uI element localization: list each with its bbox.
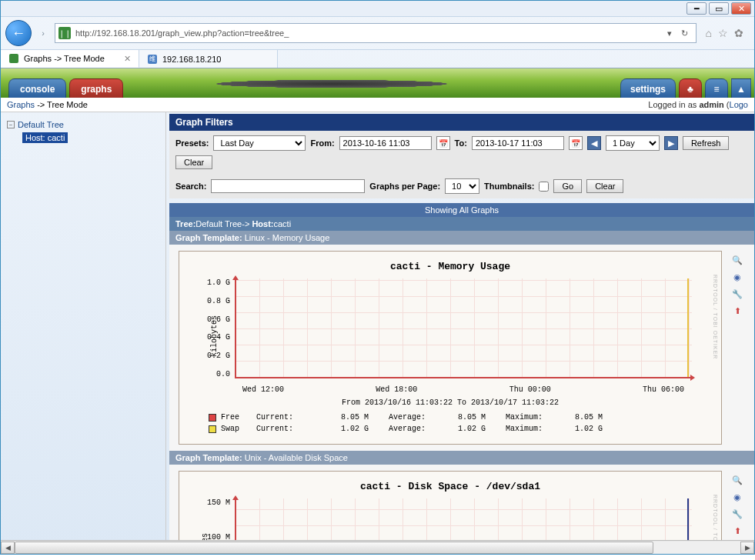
tree-path: Tree:Default Tree-> Host:cacti: [169, 217, 754, 231]
thumbnails-label: Thumbnails:: [484, 182, 534, 191]
scroll-thumb[interactable]: [15, 542, 653, 554]
template-header-2: Graph Template: Unix - Available Disk Sp…: [169, 451, 754, 465]
presets-select[interactable]: Last Day: [213, 135, 306, 151]
from-label: From:: [310, 138, 334, 148]
app-header: console graphs settings ♣ ≡ ▲: [1, 68, 754, 98]
horizontal-scrollbar[interactable]: ◀ ▶: [1, 540, 754, 554]
rrd-watermark: RRDTOOL / TOBI: [713, 495, 718, 540]
wrench-icon[interactable]: 🔧: [731, 288, 743, 300]
gear-icon[interactable]: ✿: [734, 27, 743, 39]
zoom-icon[interactable]: 🔍: [731, 254, 743, 266]
scroll-right-button[interactable]: ▶: [740, 542, 754, 554]
maximize-button[interactable]: ▭: [709, 2, 729, 15]
refresh-button[interactable]: Refresh: [683, 136, 730, 150]
search-label: Search:: [175, 182, 206, 191]
graph-title: cacti - Disk Space - /dev/sda1: [185, 478, 715, 495]
tree-root[interactable]: − Default Tree: [7, 118, 159, 131]
to-calendar-icon[interactable]: 📅: [569, 136, 583, 150]
zoom-select[interactable]: 1 Day: [606, 135, 660, 151]
template-header-1: Graph Template: Linux - Memory Usage: [169, 231, 754, 245]
plot-area: [235, 498, 692, 540]
nav-forward-button[interactable]: ›: [35, 23, 52, 43]
clear2-button[interactable]: Clear: [586, 179, 623, 193]
to-input[interactable]: [472, 136, 564, 150]
site-icon: ❘❘: [58, 27, 71, 39]
tab-label: 192.168.18.210: [162, 55, 221, 64]
scroll-left-button[interactable]: ◀: [1, 542, 15, 554]
login-status: Logged in as admin (Logo: [648, 100, 748, 109]
to-label: To:: [455, 138, 467, 148]
graphs-tab[interactable]: graphs: [69, 78, 123, 98]
go-button[interactable]: Go: [553, 179, 582, 193]
gpp-label: Graphs per Page:: [369, 182, 440, 191]
showing-all-bar: Showing All Graphs: [169, 203, 754, 217]
graph-memory-usage[interactable]: RRDTOOL / TOBI OETIKER cacti - Memory Us…: [179, 251, 722, 445]
refresh-icon[interactable]: ↻: [676, 28, 693, 38]
presets-label: Presets:: [175, 138, 209, 148]
tab-icon: [8, 53, 19, 64]
logout-link[interactable]: Logo: [730, 100, 748, 109]
close-button[interactable]: ✕: [731, 2, 751, 15]
graph-filters-header: Graph Filters: [169, 114, 754, 131]
csv-icon[interactable]: ◉: [731, 491, 743, 503]
graph-disk-space[interactable]: RRDTOOL / TOBI cacti - Disk Space - /dev…: [179, 471, 722, 540]
preview-icon-button[interactable]: ▲: [731, 78, 751, 98]
tab-label: Graphs -> Tree Mode: [24, 54, 105, 63]
up-arrow-icon[interactable]: ⬆: [731, 525, 743, 537]
zoom-icon[interactable]: 🔍: [731, 474, 743, 486]
plot-area: [235, 278, 692, 378]
tree-expander-icon[interactable]: −: [7, 121, 15, 128]
favorite-icon[interactable]: ☆: [718, 27, 728, 39]
x-ticks: Wed 12:00 Wed 18:00 Thu 00:00 Thu 06:00: [235, 385, 692, 394]
rrd-watermark: RRDTOOL / TOBI OETIKER: [713, 275, 718, 359]
from-calendar-icon[interactable]: 📅: [436, 136, 450, 150]
breadcrumb-tail: -> Tree Mode: [37, 100, 88, 109]
browser-tab-graphs[interactable]: Graphs -> Tree Mode ✕: [1, 50, 139, 68]
graph-title: cacti - Memory Usage: [185, 258, 715, 275]
sidebar: − Default Tree Host: cacti: [1, 112, 166, 540]
list-icon-button[interactable]: ≡: [705, 78, 728, 98]
tab-icon: 维: [147, 54, 158, 65]
thumbnails-checkbox[interactable]: [539, 182, 549, 192]
wrench-icon[interactable]: 🔧: [731, 508, 743, 520]
chart-caption: From 2013/10/16 11:03:22 To 2013/10/17 1…: [185, 397, 715, 408]
settings-button[interactable]: settings: [620, 78, 676, 98]
legend-swatch-free: [209, 414, 216, 422]
legend-swatch-swap: [209, 425, 216, 433]
gpp-select[interactable]: 10: [445, 178, 479, 194]
console-tab[interactable]: console: [8, 78, 66, 98]
from-input[interactable]: [339, 136, 432, 150]
tree-host-cacti[interactable]: Host: cacti: [22, 131, 159, 145]
shift-left-button[interactable]: ◀: [587, 136, 601, 150]
tree-icon-button[interactable]: ♣: [679, 78, 702, 98]
clear-button[interactable]: Clear: [175, 155, 212, 169]
csv-icon[interactable]: ◉: [731, 271, 743, 283]
y-ticks: 50 M 100 M 150 M: [199, 498, 230, 540]
home-icon[interactable]: ⌂: [706, 27, 712, 39]
content: Graph Filters Presets: Last Day From: 📅 …: [166, 112, 754, 540]
breadcrumb-root[interactable]: Graphs: [7, 100, 35, 109]
address-bar[interactable]: ❘❘ http://192.168.18.201/graph_view.php?…: [55, 23, 697, 43]
url-text: http://192.168.18.201/graph_view.php?act…: [71, 28, 663, 38]
y-ticks: 0.0 0.2 G 0.4 G 0.6 G 0.8 G 1.0 G: [199, 278, 230, 378]
minimize-button[interactable]: ━: [687, 2, 707, 15]
legend: Free Current:8.05 M Average:8.05 M Maxim…: [185, 408, 715, 438]
breadcrumb: Graphs -> Tree Mode: [7, 100, 88, 109]
search-input[interactable]: [211, 179, 365, 193]
browser-tab-ip[interactable]: 维 192.168.18.210: [139, 50, 278, 68]
up-arrow-icon[interactable]: ⬆: [731, 305, 743, 317]
tab-close-icon[interactable]: ✕: [124, 54, 131, 64]
shift-right-button[interactable]: ▶: [664, 136, 678, 150]
dropdown-icon[interactable]: ▾: [663, 28, 676, 38]
nav-back-button[interactable]: ←: [5, 20, 32, 46]
